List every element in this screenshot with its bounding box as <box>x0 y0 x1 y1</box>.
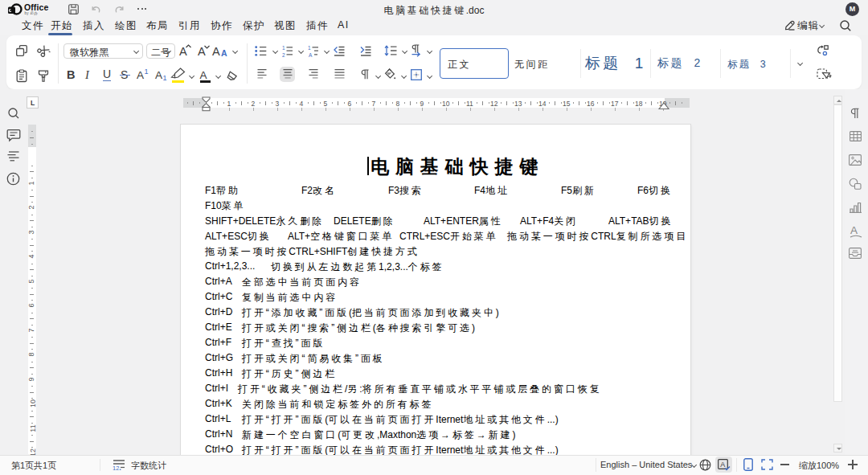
svg-text:A: A <box>309 52 313 58</box>
svg-text:2: 2 <box>282 52 285 58</box>
svg-text:12: 12 <box>113 465 119 471</box>
svg-text:1: 1 <box>282 45 285 51</box>
svg-text:A: A <box>720 461 725 469</box>
svg-text:1: 1 <box>308 45 311 51</box>
